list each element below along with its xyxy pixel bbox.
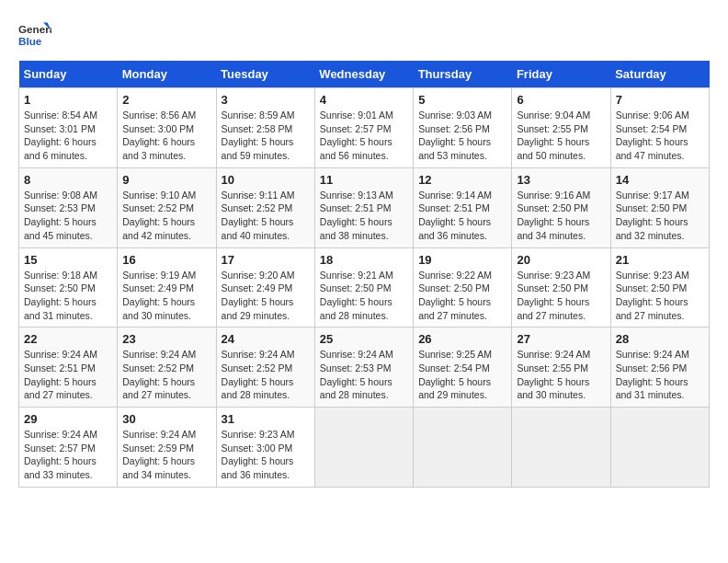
day-number: 11: [320, 173, 408, 187]
day-number: 26: [418, 332, 506, 346]
column-header-wednesday: Wednesday: [314, 61, 413, 88]
logo: General Blue: [18, 18, 51, 52]
day-info: Sunrise: 9:24 AM Sunset: 2:52 PM Dayligh…: [222, 348, 310, 402]
day-info: Sunrise: 8:59 AM Sunset: 2:58 PM Dayligh…: [222, 109, 310, 163]
calendar-cell: 25Sunrise: 9:24 AM Sunset: 2:53 PM Dayli…: [314, 327, 413, 408]
day-info: Sunrise: 9:20 AM Sunset: 2:49 PM Dayligh…: [222, 269, 310, 323]
day-number: 21: [616, 253, 704, 267]
svg-text:Blue: Blue: [18, 35, 42, 47]
day-info: Sunrise: 9:24 AM Sunset: 2:56 PM Dayligh…: [616, 348, 704, 402]
day-number: 18: [320, 253, 408, 267]
day-info: Sunrise: 9:14 AM Sunset: 2:51 PM Dayligh…: [418, 189, 506, 243]
column-header-saturday: Saturday: [610, 61, 709, 88]
calendar-cell: 11Sunrise: 9:13 AM Sunset: 2:51 PM Dayli…: [314, 167, 413, 247]
day-info: Sunrise: 9:23 AM Sunset: 2:50 PM Dayligh…: [517, 269, 605, 323]
calendar-cell: 26Sunrise: 9:25 AM Sunset: 2:54 PM Dayli…: [414, 327, 512, 408]
calendar-cell: 21Sunrise: 9:23 AM Sunset: 2:50 PM Dayli…: [610, 247, 709, 327]
logo-icon: General Blue: [18, 18, 51, 52]
calendar-cell: 19Sunrise: 9:22 AM Sunset: 2:50 PM Dayli…: [414, 247, 512, 327]
calendar-cell: 3Sunrise: 8:59 AM Sunset: 2:58 PM Daylig…: [216, 88, 314, 168]
calendar-cell: 6Sunrise: 9:04 AM Sunset: 2:55 PM Daylig…: [512, 88, 610, 168]
day-number: 3: [222, 93, 310, 107]
calendar-cell: 18Sunrise: 9:21 AM Sunset: 2:50 PM Dayli…: [314, 247, 413, 327]
day-info: Sunrise: 9:24 AM Sunset: 2:52 PM Dayligh…: [122, 348, 210, 402]
calendar-header: SundayMondayTuesdayWednesdayThursdayFrid…: [19, 61, 710, 88]
calendar-cell: 12Sunrise: 9:14 AM Sunset: 2:51 PM Dayli…: [414, 167, 512, 247]
day-info: Sunrise: 9:13 AM Sunset: 2:51 PM Dayligh…: [320, 189, 408, 243]
calendar-table: SundayMondayTuesdayWednesdayThursdayFrid…: [18, 61, 710, 488]
calendar-cell: 30Sunrise: 9:24 AM Sunset: 2:59 PM Dayli…: [118, 408, 216, 488]
day-info: Sunrise: 9:11 AM Sunset: 2:52 PM Dayligh…: [222, 189, 310, 243]
calendar-cell: 28Sunrise: 9:24 AM Sunset: 2:56 PM Dayli…: [610, 327, 709, 408]
day-number: 5: [418, 93, 506, 107]
day-info: Sunrise: 9:22 AM Sunset: 2:50 PM Dayligh…: [418, 269, 506, 323]
day-info: Sunrise: 9:17 AM Sunset: 2:50 PM Dayligh…: [616, 189, 704, 243]
calendar-cell: 14Sunrise: 9:17 AM Sunset: 2:50 PM Dayli…: [610, 167, 709, 247]
week-row: 1Sunrise: 8:54 AM Sunset: 3:01 PM Daylig…: [19, 88, 710, 168]
calendar-cell: 7Sunrise: 9:06 AM Sunset: 2:54 PM Daylig…: [610, 88, 709, 168]
day-info: Sunrise: 8:56 AM Sunset: 3:00 PM Dayligh…: [122, 109, 210, 163]
day-number: 28: [616, 332, 704, 346]
calendar-cell: [610, 408, 709, 488]
day-info: Sunrise: 9:19 AM Sunset: 2:49 PM Dayligh…: [122, 269, 210, 323]
day-number: 2: [122, 93, 210, 107]
column-header-monday: Monday: [118, 61, 216, 88]
calendar-cell: 29Sunrise: 9:24 AM Sunset: 2:57 PM Dayli…: [19, 408, 118, 488]
day-number: 27: [517, 332, 605, 346]
calendar-cell: 1Sunrise: 8:54 AM Sunset: 3:01 PM Daylig…: [19, 88, 118, 168]
calendar-cell: 4Sunrise: 9:01 AM Sunset: 2:57 PM Daylig…: [314, 88, 413, 168]
week-row: 22Sunrise: 9:24 AM Sunset: 2:51 PM Dayli…: [19, 327, 710, 408]
day-info: Sunrise: 9:04 AM Sunset: 2:55 PM Dayligh…: [517, 109, 605, 163]
page-header: General Blue: [18, 18, 710, 52]
calendar-cell: [512, 408, 610, 488]
column-header-friday: Friday: [512, 61, 610, 88]
day-info: Sunrise: 9:16 AM Sunset: 2:50 PM Dayligh…: [517, 189, 605, 243]
day-info: Sunrise: 9:24 AM Sunset: 2:59 PM Dayligh…: [122, 428, 210, 482]
day-info: Sunrise: 9:08 AM Sunset: 2:53 PM Dayligh…: [24, 189, 112, 243]
day-info: Sunrise: 9:23 AM Sunset: 2:50 PM Dayligh…: [616, 269, 704, 323]
calendar-cell: [314, 408, 413, 488]
column-header-thursday: Thursday: [414, 61, 512, 88]
calendar-cell: 13Sunrise: 9:16 AM Sunset: 2:50 PM Dayli…: [512, 167, 610, 247]
calendar-body: 1Sunrise: 8:54 AM Sunset: 3:01 PM Daylig…: [19, 88, 710, 488]
day-number: 20: [517, 253, 605, 267]
day-info: Sunrise: 9:06 AM Sunset: 2:54 PM Dayligh…: [616, 109, 704, 163]
week-row: 29Sunrise: 9:24 AM Sunset: 2:57 PM Dayli…: [19, 408, 710, 488]
day-info: Sunrise: 9:01 AM Sunset: 2:57 PM Dayligh…: [320, 109, 408, 163]
day-info: Sunrise: 9:24 AM Sunset: 2:51 PM Dayligh…: [24, 348, 112, 402]
day-number: 1: [24, 93, 112, 107]
day-number: 8: [24, 173, 112, 187]
column-header-tuesday: Tuesday: [216, 61, 314, 88]
day-info: Sunrise: 9:24 AM Sunset: 2:53 PM Dayligh…: [320, 348, 408, 402]
calendar-cell: 2Sunrise: 8:56 AM Sunset: 3:00 PM Daylig…: [118, 88, 216, 168]
header-row: SundayMondayTuesdayWednesdayThursdayFrid…: [19, 61, 710, 88]
calendar-cell: 5Sunrise: 9:03 AM Sunset: 2:56 PM Daylig…: [414, 88, 512, 168]
day-number: 7: [616, 93, 704, 107]
calendar-cell: 16Sunrise: 9:19 AM Sunset: 2:49 PM Dayli…: [118, 247, 216, 327]
day-number: 19: [418, 253, 506, 267]
day-number: 15: [24, 253, 112, 267]
column-header-sunday: Sunday: [19, 61, 118, 88]
calendar-cell: 17Sunrise: 9:20 AM Sunset: 2:49 PM Dayli…: [216, 247, 314, 327]
day-info: Sunrise: 9:21 AM Sunset: 2:50 PM Dayligh…: [320, 269, 408, 323]
calendar-cell: [414, 408, 512, 488]
day-info: Sunrise: 9:24 AM Sunset: 2:57 PM Dayligh…: [24, 428, 112, 482]
calendar-cell: 8Sunrise: 9:08 AM Sunset: 2:53 PM Daylig…: [19, 167, 118, 247]
day-info: Sunrise: 9:25 AM Sunset: 2:54 PM Dayligh…: [418, 348, 506, 402]
day-info: Sunrise: 9:24 AM Sunset: 2:55 PM Dayligh…: [517, 348, 605, 402]
day-number: 22: [24, 332, 112, 346]
day-number: 6: [517, 93, 605, 107]
day-info: Sunrise: 9:18 AM Sunset: 2:50 PM Dayligh…: [24, 269, 112, 323]
calendar-cell: 23Sunrise: 9:24 AM Sunset: 2:52 PM Dayli…: [118, 327, 216, 408]
day-number: 23: [122, 332, 210, 346]
calendar-cell: 31Sunrise: 9:23 AM Sunset: 3:00 PM Dayli…: [216, 408, 314, 488]
day-number: 13: [517, 173, 605, 187]
day-info: Sunrise: 9:10 AM Sunset: 2:52 PM Dayligh…: [122, 189, 210, 243]
calendar-cell: 20Sunrise: 9:23 AM Sunset: 2:50 PM Dayli…: [512, 247, 610, 327]
calendar-cell: 10Sunrise: 9:11 AM Sunset: 2:52 PM Dayli…: [216, 167, 314, 247]
day-number: 31: [222, 412, 310, 426]
calendar-cell: 22Sunrise: 9:24 AM Sunset: 2:51 PM Dayli…: [19, 327, 118, 408]
day-info: Sunrise: 9:23 AM Sunset: 3:00 PM Dayligh…: [222, 428, 310, 482]
calendar-cell: 9Sunrise: 9:10 AM Sunset: 2:52 PM Daylig…: [118, 167, 216, 247]
calendar-cell: 24Sunrise: 9:24 AM Sunset: 2:52 PM Dayli…: [216, 327, 314, 408]
